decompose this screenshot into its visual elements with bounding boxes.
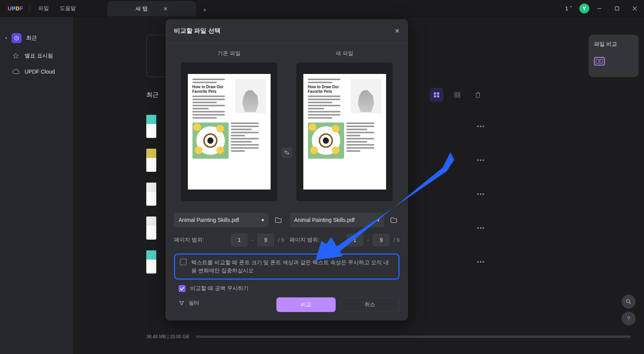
app-logo: UPDF — [8, 5, 23, 12]
old-file-preview[interactable]: How to Draw Our Favorite Pets — [181, 62, 277, 201]
cancel-button[interactable]: 취소 — [340, 297, 400, 312]
recent-heading: 최근 — [146, 91, 159, 99]
new-file-name: Animal Painting Skills.pdf — [294, 217, 355, 223]
clear-recent-button[interactable] — [471, 88, 485, 102]
sidebar: 최근 별표 표시됨 UPDF Cloud — [0, 17, 73, 354]
option-label: 비교할 때 공백 무시하기 — [190, 285, 249, 292]
compare-files-dialog: 비교할 파일 선택 ✕ 기존 파일 How to Draw Our Favori… — [166, 19, 408, 320]
new-file-panel: 새 파일 How to Draw Our Favorite Pets — [289, 50, 400, 247]
compare-icon — [594, 57, 605, 65]
svg-rect-1 — [616, 7, 619, 10]
new-tab-button[interactable]: ＋ — [199, 4, 211, 16]
item-more-button[interactable]: ••• — [477, 225, 485, 231]
cloud-icon — [12, 69, 20, 75]
chevron-down-icon: ˅ — [570, 5, 572, 12]
close-tab-icon[interactable]: ✕ — [163, 6, 168, 12]
browse-new-file-button[interactable] — [388, 214, 400, 226]
old-file-name: Animal Painting Skills.pdf — [179, 217, 239, 223]
svg-rect-6 — [600, 59, 603, 64]
tab-new[interactable]: 새 탭 ✕ — [107, 1, 196, 17]
tab-label: 새 탭 — [135, 5, 148, 12]
sidebar-item-cloud[interactable]: UPDF Cloud — [0, 64, 69, 79]
card-label: 파일 비교 — [594, 41, 633, 48]
close-window-button[interactable] — [627, 1, 642, 16]
title-bar: UPDF 파일 도움말 새 탭 ✕ ＋ 1 ˅ Y — [0, 0, 644, 17]
new-page-total: / 9 — [393, 237, 400, 243]
version-label: 1 — [565, 5, 568, 12]
file-thumbnail — [146, 183, 156, 206]
item-more-button[interactable]: ••• — [477, 191, 485, 197]
new-file-label: 새 파일 — [336, 50, 353, 57]
svg-rect-12 — [458, 92, 460, 94]
svg-rect-8 — [437, 92, 439, 94]
file-thumbnail — [146, 149, 156, 172]
storage-label: 36.48 MB | 20.00 GB — [146, 334, 189, 339]
old-page-total: / 9 — [278, 237, 284, 243]
old-file-select[interactable]: Animal Painting Skills.pdf ▾ — [174, 213, 269, 227]
swap-files-button[interactable] — [281, 147, 292, 158]
old-page-from-input[interactable] — [231, 233, 248, 247]
search-button[interactable] — [622, 295, 636, 309]
old-file-label: 기존 파일 — [217, 50, 241, 57]
compare-files-card[interactable]: 파일 비교 — [589, 35, 639, 77]
maximize-button[interactable] — [609, 1, 625, 16]
storage-status: 36.48 MB | 20.00 GB — [146, 332, 631, 341]
checkbox-checked-icon[interactable] — [179, 285, 186, 292]
menu-file[interactable]: 파일 — [36, 3, 51, 13]
item-more-button[interactable]: ••• — [477, 123, 485, 129]
dog-sketch-icon — [351, 79, 381, 113]
version-dropdown[interactable]: 1 ˅ — [562, 4, 575, 13]
svg-rect-11 — [455, 92, 457, 94]
item-more-button[interactable]: ••• — [477, 157, 485, 163]
view-grid-button[interactable] — [450, 88, 464, 102]
svg-rect-14 — [458, 96, 460, 97]
file-thumbnail — [146, 115, 156, 138]
chevron-down-icon: ▾ — [261, 217, 264, 223]
dialog-title: 비교할 파일 선택 — [174, 27, 221, 35]
chevron-down-icon: ▾ — [377, 217, 380, 223]
svg-rect-13 — [455, 96, 457, 97]
new-file-preview[interactable]: How to Draw Our Favorite Pets — [296, 62, 393, 201]
new-page-from-input[interactable] — [346, 233, 363, 247]
dog-photo-icon — [192, 122, 229, 159]
page-range-label: 페이지 범위: — [174, 237, 204, 243]
svg-rect-10 — [437, 96, 439, 97]
sidebar-item-starred[interactable]: 별표 표시됨 — [0, 48, 69, 64]
old-page-to-input[interactable] — [257, 233, 274, 247]
file-thumbnail — [146, 250, 156, 273]
sidebar-item-recent[interactable]: 최근 — [0, 29, 69, 48]
dog-photo-icon — [308, 122, 344, 159]
dog-sketch-icon — [235, 79, 266, 113]
sidebar-item-label: UPDF Cloud — [25, 69, 55, 75]
browse-old-file-button[interactable] — [273, 214, 284, 226]
close-dialog-button[interactable]: ✕ — [395, 27, 400, 35]
compare-button[interactable]: 비교 — [276, 297, 336, 312]
storage-bar — [196, 336, 631, 338]
sidebar-item-label: 별표 표시됨 — [25, 52, 53, 59]
help-button[interactable]: ? — [622, 312, 636, 325]
star-icon — [12, 52, 20, 59]
file-thumbnail — [146, 216, 156, 240]
option-label: 텍스트를 비교할 때 폰트 크기 및 폰트 색상과 같은 텍스트 속성은 무시하… — [191, 258, 394, 275]
old-file-panel: 기존 파일 How to Draw Our Favorite Pets — [174, 50, 284, 247]
sidebar-item-label: 최근 — [26, 35, 37, 42]
ignore-text-attributes-option[interactable]: 텍스트를 비교할 때 폰트 크기 및 폰트 색상과 같은 텍스트 속성은 무시하… — [174, 253, 400, 280]
menu-help[interactable]: 도움말 — [57, 3, 78, 13]
page-range-label: 페이지 범위: — [289, 237, 319, 243]
new-page-to-input[interactable] — [373, 233, 390, 247]
checkbox-unchecked-icon[interactable] — [180, 258, 187, 265]
svg-line-16 — [629, 302, 631, 304]
svg-rect-5 — [596, 59, 599, 64]
svg-point-15 — [627, 300, 630, 303]
minimize-button[interactable] — [592, 1, 607, 16]
ignore-blanks-option[interactable]: 비교할 때 공백 무시하기 — [174, 285, 400, 292]
new-file-select[interactable]: Animal Painting Skills.pdf ▾ — [289, 213, 384, 227]
view-list-button[interactable] — [430, 88, 443, 102]
svg-rect-9 — [434, 96, 436, 97]
clock-icon — [12, 33, 22, 43]
svg-rect-7 — [434, 92, 436, 94]
user-avatar[interactable]: Y — [579, 3, 589, 13]
item-more-button[interactable]: ••• — [477, 259, 485, 265]
